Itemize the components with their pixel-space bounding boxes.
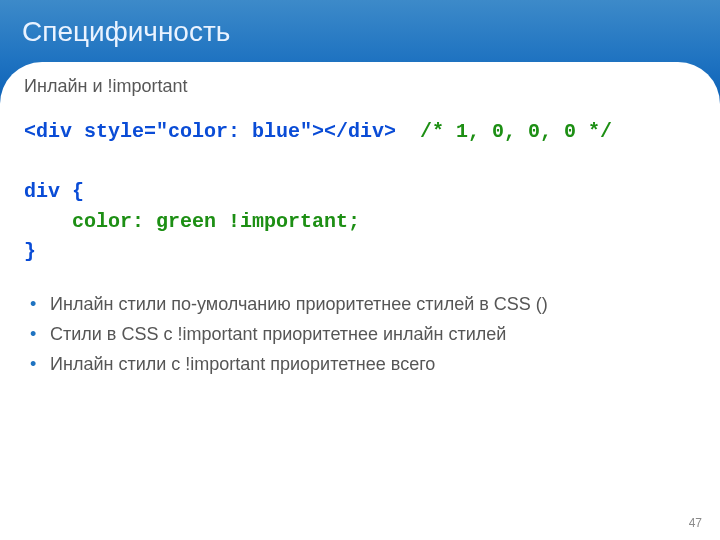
code-comment: /* 1, 0, 0, 0 */ xyxy=(420,120,612,143)
code-inline-div: <div style="color: blue"></div> xyxy=(24,120,396,143)
list-item: Инлайн стили по-умолчанию приоритетнее с… xyxy=(46,289,696,319)
code-declaration: color: green !important; xyxy=(24,210,360,233)
slide: Специфичность Инлайн и !important <div s… xyxy=(0,0,720,540)
code-selector-open: div { xyxy=(24,180,84,203)
bullet-list: Инлайн стили по-умолчанию приоритетнее с… xyxy=(24,289,696,379)
subtitle: Инлайн и !important xyxy=(24,76,696,97)
page-number: 47 xyxy=(689,516,702,530)
code-block: <div style="color: blue"></div> /* 1, 0,… xyxy=(24,117,696,267)
list-item: Стили в CSS с !important приоритетнее ин… xyxy=(46,319,696,349)
slide-title: Специфичность xyxy=(22,16,230,48)
content-card: Инлайн и !important <div style="color: b… xyxy=(0,62,720,540)
code-selector-close: } xyxy=(24,240,36,263)
list-item: Инлайн стили с !important приоритетнее в… xyxy=(46,349,696,379)
